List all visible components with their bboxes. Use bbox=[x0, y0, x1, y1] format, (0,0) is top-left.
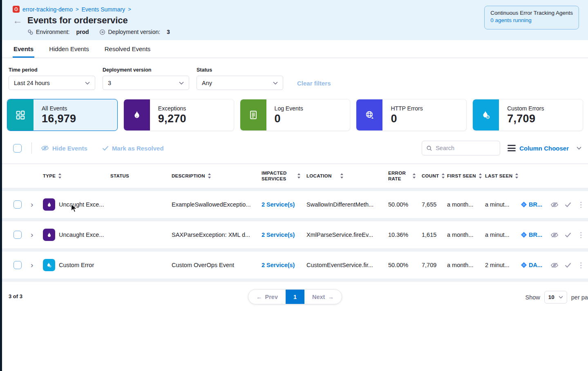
card-exceptions[interactable]: Exceptions 9,270 bbox=[123, 99, 234, 131]
deployment-version-label: Deployment version bbox=[103, 67, 189, 73]
header-status[interactable]: STATUS bbox=[110, 173, 172, 179]
card-all-events[interactable]: All Events 16,979 bbox=[7, 99, 118, 131]
agents-running-link[interactable]: 0 agents running bbox=[490, 17, 573, 23]
breadcrumb-separator: > bbox=[76, 6, 79, 12]
time-period-select[interactable]: Last 24 hours bbox=[9, 76, 95, 90]
jira-ticket-link[interactable]: BR... bbox=[521, 201, 550, 208]
card-value: 9,270 bbox=[158, 112, 186, 125]
row-menu-icon[interactable]: ⋮ bbox=[577, 262, 584, 269]
card-label: HTTP Errors bbox=[391, 105, 423, 112]
page-number-button[interactable]: 1 bbox=[286, 290, 304, 304]
header-location[interactable]: LOCATION bbox=[306, 173, 388, 179]
card-label: All Events bbox=[42, 105, 76, 112]
resolve-event-icon[interactable] bbox=[565, 232, 571, 238]
hide-events-button[interactable]: Hide Events bbox=[41, 145, 87, 152]
resolve-event-icon[interactable] bbox=[565, 263, 571, 268]
resolve-event-icon[interactable] bbox=[565, 202, 571, 207]
sort-icon bbox=[478, 173, 482, 179]
flame-gear-icon bbox=[46, 262, 52, 268]
event-type: Uncaught Exce... bbox=[59, 232, 104, 238]
header-error-rate[interactable]: ERROR RATE bbox=[388, 170, 422, 182]
first-seen: a month... bbox=[447, 262, 485, 268]
tab-hidden-events[interactable]: Hidden Events bbox=[48, 40, 90, 58]
row-checkbox[interactable] bbox=[13, 261, 22, 269]
jira-ticket-link[interactable]: BR... bbox=[521, 232, 550, 238]
mark-resolved-button[interactable]: Mark as Resolved bbox=[102, 145, 164, 152]
chevron-down-icon bbox=[577, 146, 581, 150]
event-row-2[interactable]: › Uncaught Exce... SAXParseException: XM… bbox=[2, 221, 588, 248]
tab-resolved-events[interactable]: Resolved Events bbox=[104, 40, 152, 58]
status-label: Status bbox=[197, 67, 283, 73]
expand-chevron-icon[interactable]: › bbox=[28, 230, 43, 239]
page-size-select[interactable]: 10 bbox=[544, 291, 567, 304]
table-header-row: TYPE STATUS DESCRIPTION IMPACTED SERVICE… bbox=[2, 164, 588, 188]
expand-chevron-icon[interactable]: › bbox=[28, 200, 43, 209]
error-tracking-events-page: error-tracking-demo > Events Summary > ←… bbox=[0, 0, 588, 371]
select-all-checkbox[interactable] bbox=[13, 144, 22, 153]
event-row-1[interactable]: › Uncaught Exce... ExampleSwallowedExcep… bbox=[2, 191, 588, 218]
status-select[interactable]: Any bbox=[197, 76, 283, 90]
last-seen: a minut... bbox=[485, 201, 521, 208]
grid-icon bbox=[15, 109, 26, 121]
first-seen: a month... bbox=[447, 201, 485, 208]
header-description[interactable]: DESCRIPTION bbox=[172, 173, 262, 179]
per-page-label: per page bbox=[571, 294, 588, 301]
event-row-3[interactable]: › Custom Error Custom OverOps Event 2 Se… bbox=[2, 252, 588, 279]
impacted-services-link[interactable]: 2 Service(s) bbox=[262, 232, 306, 238]
tab-events[interactable]: Events bbox=[13, 40, 34, 58]
jira-diamond-icon bbox=[521, 202, 527, 207]
breadcrumb-project-link[interactable]: error-tracking-demo bbox=[22, 6, 73, 13]
header-impacted-services[interactable]: IMPACTED SERVICES bbox=[262, 170, 306, 182]
hide-event-icon[interactable] bbox=[550, 232, 559, 238]
search-input[interactable] bbox=[436, 145, 493, 151]
arrow-right-icon: → bbox=[328, 294, 334, 300]
row-checkbox[interactable] bbox=[13, 200, 22, 209]
event-count: 1,615 bbox=[422, 232, 447, 238]
card-http-errors[interactable]: HTTP Errors 0 bbox=[356, 99, 467, 131]
impacted-services-link[interactable]: 2 Service(s) bbox=[262, 201, 306, 208]
breadcrumb-section-link[interactable]: Events Summary bbox=[82, 6, 125, 13]
event-location: CustomEventService.fir... bbox=[306, 262, 388, 268]
header-last-seen[interactable]: LAST SEEN bbox=[485, 173, 521, 179]
column-chooser-button[interactable]: Column Chooser bbox=[508, 145, 581, 152]
next-page-button[interactable]: Next → bbox=[304, 290, 342, 304]
jira-diamond-icon bbox=[521, 232, 527, 238]
filters-bar: Time period Last 24 hours Deployment ver… bbox=[2, 58, 588, 90]
globe-error-icon bbox=[364, 110, 375, 121]
page-header: error-tracking-demo > Events Summary > ←… bbox=[2, 0, 588, 40]
bulk-actions-toolbar: Hide Events Mark as Resolved Column Choo… bbox=[9, 141, 581, 155]
pager: ← Prev 1 Next → bbox=[248, 289, 342, 304]
expand-chevron-icon[interactable]: › bbox=[28, 261, 43, 270]
hide-event-icon[interactable] bbox=[550, 262, 559, 268]
tab-bar: Events Hidden Events Resolved Events bbox=[2, 40, 588, 58]
impacted-services-link[interactable]: 2 Service(s) bbox=[262, 262, 306, 268]
deployment-version-select[interactable]: 3 bbox=[103, 76, 189, 90]
event-type: Uncaught Exce... bbox=[59, 201, 104, 208]
row-menu-icon[interactable]: ⋮ bbox=[577, 201, 584, 208]
card-value: 0 bbox=[275, 112, 303, 125]
page-title: Events for orderservice bbox=[27, 15, 128, 26]
flame-icon bbox=[46, 232, 52, 238]
row-menu-icon[interactable]: ⋮ bbox=[577, 232, 584, 238]
environment-meta: Environment: prod bbox=[27, 29, 89, 35]
row-checkbox[interactable] bbox=[13, 231, 22, 239]
hide-event-icon[interactable] bbox=[550, 202, 559, 208]
clear-filters-button[interactable]: Clear filters bbox=[297, 80, 331, 87]
card-custom-errors[interactable]: Custom Errors 7,709 bbox=[472, 99, 583, 131]
agents-status-card: Continuous Error Tracking Agents 0 agent… bbox=[484, 6, 579, 29]
card-log-events[interactable]: Log Events 0 bbox=[240, 99, 351, 131]
header-count[interactable]: COUNT bbox=[422, 173, 447, 179]
back-arrow-icon[interactable]: ← bbox=[13, 16, 22, 25]
jira-ticket-link[interactable]: DA... bbox=[521, 262, 550, 268]
search-icon bbox=[426, 145, 432, 151]
sort-icon bbox=[58, 173, 62, 179]
prev-page-button[interactable]: ← Prev bbox=[248, 290, 286, 304]
environment-icon bbox=[27, 29, 34, 35]
header-first-seen[interactable]: FIRST SEEN bbox=[447, 173, 485, 179]
event-type: Custom Error bbox=[59, 262, 94, 268]
event-location: SwallowInDifferentMeth... bbox=[306, 201, 388, 208]
event-description: SAXParseException: XML d... bbox=[172, 232, 262, 238]
card-label: Exceptions bbox=[158, 105, 186, 112]
header-type[interactable]: TYPE bbox=[43, 173, 110, 179]
search-box bbox=[422, 141, 500, 155]
